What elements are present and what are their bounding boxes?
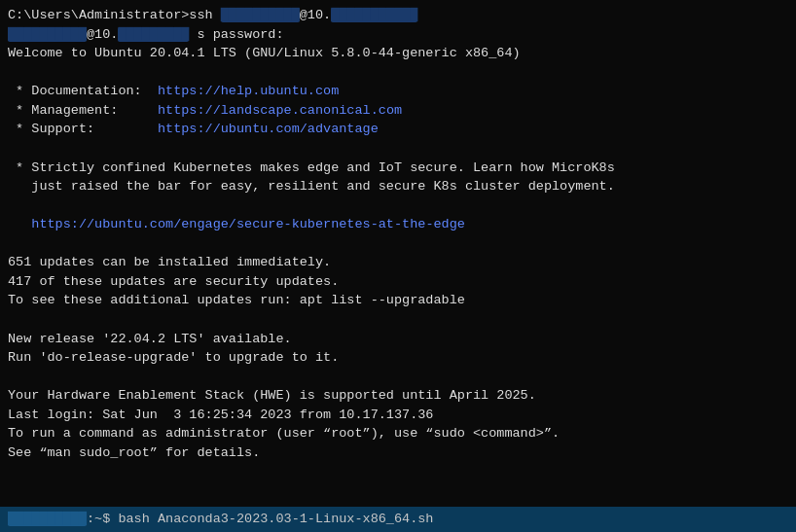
support-line: * Support: https://ubuntu.com/advantage [8, 120, 788, 139]
last-login-line: Last login: Sat Jun 3 16:25:34 2023 from… [8, 406, 788, 425]
sudo-hint-line: To run a command as administrator (user … [8, 424, 788, 443]
at-ip2: @10. [87, 27, 118, 42]
k8s-link-line: https://ubuntu.com/engage/secure-kuberne… [8, 215, 788, 234]
bottom-redact: ██████████ [8, 510, 87, 529]
blank-line-1 [8, 63, 788, 83]
doc-link: https://help.ubuntu.com [158, 84, 339, 98]
redacted-user2: ██████████ [8, 27, 87, 42]
documentation-line: * Documentation: https://help.ubuntu.com [8, 82, 788, 101]
terminal-window: C:\Users\Administrator>ssh ██████████@10… [0, 0, 796, 532]
mgmt-link: https://landscape.canonical.com [158, 103, 402, 118]
management-line: * Management: https://landscape.canonica… [8, 101, 788, 121]
redacted-username: ██████████ [221, 8, 300, 22]
blank-line-3 [8, 196, 788, 216]
at-ip-partial: @10. [300, 8, 331, 22]
release-line-1: New release '22.04.2 LTS' available. [8, 330, 788, 349]
support-link: https://ubuntu.com/advantage [158, 122, 379, 136]
ssh-command-line: C:\Users\Administrator>ssh ██████████@10… [8, 6, 788, 25]
k8s-line-2: just raised the bar for easy, resilient … [8, 177, 788, 196]
welcome-line: Welcome to Ubuntu 20.04.1 LTS (GNU/Linux… [8, 44, 788, 63]
blank-line-2 [8, 139, 788, 159]
redacted-ip: ███████████ [331, 8, 417, 22]
k8s-link: https://ubuntu.com/engage/secure-kuberne… [31, 217, 465, 231]
k8s-link-indent [8, 217, 31, 231]
k8s-line-1: * Strictly confined Kubernetes makes edg… [8, 159, 788, 178]
updates-line-1: 651 updates can be installed immediately… [8, 253, 788, 272]
hwe-line: Your Hardware Enablement Stack (HWE) is … [8, 386, 788, 406]
blank-line-6 [8, 368, 788, 387]
blank-line-4 [8, 234, 788, 254]
bottom-prompt-bar: ██████████ :~$ bash Anaconda3-2023.03-1-… [0, 507, 796, 532]
support-label: * Support: [8, 122, 158, 136]
doc-label: * Documentation: [8, 84, 158, 98]
ssh-cmd-text: C:\Users\Administrator>ssh [8, 8, 221, 22]
release-line-2: Run 'do-release-upgrade' to upgrade to i… [8, 348, 788, 368]
redacted-ip2: █████████ [118, 27, 189, 42]
password-label: s password: [189, 27, 283, 42]
bottom-command: :~$ bash Anaconda3-2023.03-1-Linux-x86_6… [87, 510, 433, 529]
man-sudo-line: See “man sudo_root” for details. [8, 443, 788, 463]
password-line: ██████████@10.█████████ s password: [8, 25, 788, 45]
blank-line-5 [8, 310, 788, 330]
updates-line-3: To see these additional updates run: apt… [8, 291, 788, 310]
mgmt-label: * Management: [8, 103, 158, 118]
redacted-bottom-user: ██████████ [8, 512, 87, 526]
updates-line-2: 417 of these updates are security update… [8, 272, 788, 292]
